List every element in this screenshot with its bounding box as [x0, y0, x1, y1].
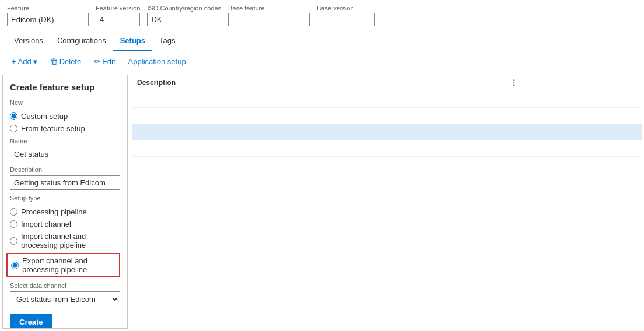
setups-table: Description ⋮	[132, 75, 642, 157]
tab-tags[interactable]: Tags	[152, 30, 182, 51]
edit-button[interactable]: ✏ Edit	[89, 55, 120, 68]
processing-pipeline-label: Processing pipeline	[21, 207, 87, 216]
edit-icon: ✏	[94, 57, 100, 66]
feature-field-group: Feature Edicom (DK)	[7, 5, 89, 26]
data-channel-input-group: Select data channel Get status from Edic…	[10, 282, 120, 307]
row-more	[505, 108, 642, 124]
export-channel-label: Export channel and processing pipeline	[22, 256, 116, 274]
page-container: Feature Edicom (DK) Feature version 4 IS…	[0, 0, 644, 331]
feature-value: Edicom (DK)	[7, 13, 89, 26]
base-feature-label: Base feature	[228, 5, 310, 12]
name-label: Name	[10, 138, 120, 145]
data-channel-select[interactable]: Get status from Edicom	[10, 291, 120, 307]
from-feature-radio-item[interactable]: From feature setup	[10, 124, 120, 133]
base-feature-value	[228, 13, 310, 26]
description-input[interactable]	[10, 175, 120, 190]
more-column-header: ⋮	[505, 75, 642, 91]
more-icon[interactable]: ⋮	[510, 78, 518, 87]
tab-setups[interactable]: Setups	[113, 30, 152, 51]
iso-value: DK	[147, 13, 221, 26]
toolbar: + Add ▾ 🗑 Delete ✏ Edit Application setu…	[0, 51, 644, 72]
from-feature-label: From feature setup	[21, 124, 85, 133]
processing-pipeline-radio-item[interactable]: Processing pipeline	[10, 207, 120, 216]
tab-configurations[interactable]: Configurations	[50, 30, 113, 51]
delete-icon: 🗑	[50, 57, 58, 66]
main-content: Create feature setup New Custom setup Fr…	[0, 72, 644, 331]
row-description	[132, 91, 505, 108]
header-fields: Feature Edicom (DK) Feature version 4 IS…	[0, 0, 644, 30]
row-description	[132, 124, 505, 140]
table-area: Description ⋮	[130, 72, 644, 331]
panel-title: Create feature setup	[10, 82, 120, 92]
table-row-selected[interactable]	[132, 124, 642, 140]
add-caret-icon: ▾	[33, 57, 37, 66]
export-channel-radio[interactable]	[11, 262, 19, 269]
tab-versions[interactable]: Versions	[7, 30, 50, 51]
base-version-value	[317, 13, 375, 26]
add-button[interactable]: + Add ▾	[7, 55, 42, 68]
row-more	[505, 91, 642, 108]
table-row[interactable]	[132, 91, 642, 108]
import-channel-processing-label: Import channel and processing pipeline	[21, 232, 120, 249]
iso-field-group: ISO Country/region codes DK	[147, 5, 221, 26]
setup-type-radio-group: Processing pipeline Import channel Impor…	[10, 207, 120, 277]
custom-setup-label: Custom setup	[21, 112, 68, 121]
export-channel-highlighted-wrapper: Export channel and processing pipeline	[6, 253, 120, 277]
name-input[interactable]	[10, 147, 120, 161]
version-label: Feature version	[96, 5, 140, 12]
create-button[interactable]: Create	[10, 314, 52, 329]
add-label: + Add	[12, 57, 32, 66]
create-feature-setup-panel: Create feature setup New Custom setup Fr…	[2, 75, 128, 329]
import-channel-radio-item[interactable]: Import channel	[10, 220, 120, 228]
version-value: 4	[96, 13, 140, 26]
processing-pipeline-radio[interactable]	[10, 208, 18, 216]
description-label: Description	[10, 166, 120, 173]
row-more	[505, 124, 642, 140]
table-row[interactable]	[132, 108, 642, 124]
feature-label: Feature	[7, 5, 89, 12]
data-channel-label: Select data channel	[10, 282, 120, 289]
import-channel-processing-radio[interactable]	[10, 237, 18, 245]
delete-label: Delete	[60, 57, 82, 66]
app-setup-button[interactable]: Application setup	[124, 55, 191, 68]
base-version-label: Base version	[317, 5, 375, 12]
import-channel-radio[interactable]	[10, 220, 18, 228]
description-input-group: Description	[10, 166, 120, 190]
row-more	[505, 140, 642, 157]
export-channel-radio-item[interactable]: Export channel and processing pipeline	[11, 256, 116, 274]
setup-type-label: Setup type	[10, 195, 120, 202]
base-feature-field-group: Base feature	[228, 5, 310, 26]
new-section-label: New	[10, 99, 120, 106]
from-feature-radio[interactable]	[10, 125, 18, 132]
import-channel-label: Import channel	[21, 220, 71, 228]
iso-label: ISO Country/region codes	[147, 5, 221, 12]
delete-button[interactable]: 🗑 Delete	[46, 55, 86, 68]
custom-setup-radio-item[interactable]: Custom setup	[10, 112, 120, 121]
edit-label: Edit	[102, 57, 115, 66]
tabs-bar: Versions Configurations Setups Tags	[0, 30, 644, 51]
table-row[interactable]	[132, 140, 642, 157]
version-field-group: Feature version 4	[96, 5, 140, 26]
import-channel-processing-radio-item[interactable]: Import channel and processing pipeline	[10, 232, 120, 249]
row-description	[132, 108, 505, 124]
custom-setup-radio[interactable]	[10, 112, 18, 120]
app-setup-label: Application setup	[128, 57, 186, 66]
base-version-field-group: Base version	[317, 5, 375, 26]
new-radio-group: Custom setup From feature setup	[10, 112, 120, 133]
row-description	[132, 140, 505, 157]
description-column-header: Description	[132, 75, 505, 91]
name-input-group: Name	[10, 138, 120, 161]
